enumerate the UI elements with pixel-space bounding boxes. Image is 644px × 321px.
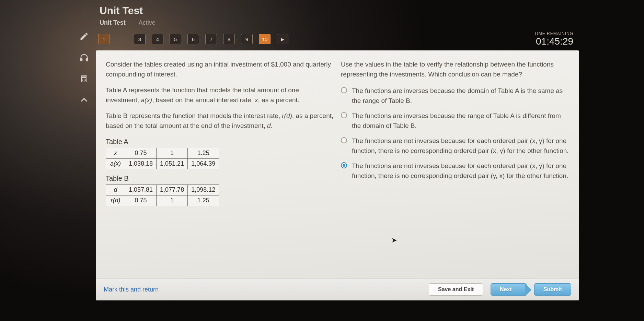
svg-point-5 [84,79,84,80]
table-b: d 1,057.81 1,077.78 1,098.12 r(d) 0.75 1… [106,185,219,206]
table-b-title: Table B [106,173,334,184]
svg-rect-0 [81,58,82,61]
question-nav-3[interactable]: 3 [134,34,146,44]
svg-point-9 [85,80,86,81]
svg-point-7 [82,80,83,81]
answer-choice-4[interactable]: The functions are not inverses because f… [341,161,569,181]
table-a-title: Table A [106,136,334,147]
svg-point-6 [85,79,86,80]
answer-choice-3[interactable]: The functions are not inverses because f… [341,136,569,156]
table-a: x 0.75 1 1.25 a(x) 1,038.18 1,051.21 1,0… [106,148,219,169]
stem-p2: Table A represents the function that mod… [106,85,334,105]
question-nav-7[interactable]: 7 [205,34,217,44]
question-stem: Consider the tables created using an ini… [106,59,334,275]
footer-bar: Mark this and return Save and Exit Next … [96,278,579,300]
question-nav: 1345678910 ▶ TIME REMAINING 01:45:29 [96,28,579,50]
calculator-icon[interactable] [79,73,90,84]
question-nav-6[interactable]: 6 [187,34,199,44]
svg-rect-1 [86,58,88,61]
tab-active-set[interactable]: Active [139,19,156,26]
radio-icon[interactable] [341,137,347,143]
next-page-arrow[interactable]: ▶ [277,34,288,44]
answer-choice-text: The functions are not inverses because f… [352,161,569,181]
question-nav-10[interactable]: 10 [259,34,271,44]
answer-choice-1[interactable]: The functions are inverses because the d… [341,86,569,106]
question-nav-4[interactable]: 4 [152,34,163,44]
headphones-icon[interactable] [79,52,90,63]
question-nav-5[interactable]: 5 [170,34,181,44]
question-nav-1[interactable]: 1 [98,34,110,44]
page-title: Unit Test [100,5,575,16]
answer-area: Use the values in the table to verify th… [341,59,569,275]
question-prompt: Use the values in the table to verify th… [341,59,569,80]
timer-label: TIME REMAINING [534,31,573,36]
question-nav-9[interactable]: 9 [241,34,253,44]
tab-unit-test[interactable]: Unit Test [100,19,126,26]
question-nav-8[interactable]: 8 [223,34,235,44]
radio-icon[interactable] [341,87,347,93]
svg-point-8 [84,80,84,81]
answer-choice-text: The functions are inverses because the d… [352,86,569,106]
stem-p1: Consider the tables created using an ini… [106,59,334,80]
collapse-icon[interactable] [79,95,90,106]
stem-p3: Table B represents the function that mod… [106,111,334,131]
submit-button[interactable]: Submit [534,283,571,296]
answer-choice-2[interactable]: The functions are inverses because the r… [341,111,569,131]
answer-choice-text: The functions are not inverses because f… [352,136,569,156]
header: Unit Test Unit Test Active [96,0,579,28]
svg-rect-3 [82,76,86,78]
radio-icon[interactable] [341,112,347,118]
answer-choice-text: The functions are inverses because the r… [352,111,569,131]
timer-value: 01:45:29 [534,36,573,47]
pencil-icon[interactable] [79,31,90,42]
mark-and-return-link[interactable]: Mark this and return [104,286,159,293]
next-button[interactable]: Next [491,283,527,296]
radio-icon[interactable] [341,162,347,168]
save-and-exit-button[interactable]: Save and Exit [429,283,483,296]
svg-point-4 [82,79,83,80]
side-toolbar [72,0,96,300]
